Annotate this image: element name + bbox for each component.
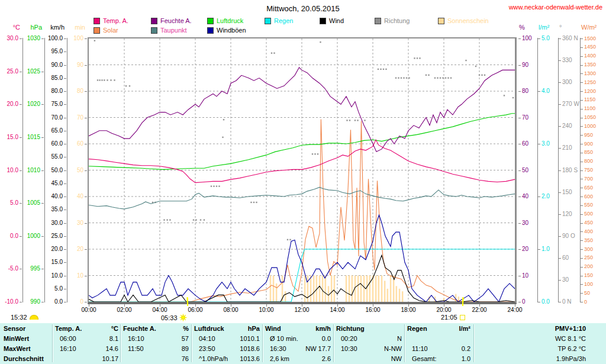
axis-tick [538, 197, 540, 197]
table-cell-value: N [336, 335, 402, 343]
axis-unit-hpa: hPa [20, 24, 42, 31]
sunshine-bar [325, 276, 327, 302]
axis-tick [64, 78, 66, 79]
sunshine-bar [270, 276, 272, 302]
axis-tick-label: 50 [584, 291, 606, 296]
richtung-dot [419, 57, 420, 59]
sunshine-bar [372, 276, 374, 302]
x-tick-label: 22:00 [466, 307, 492, 313]
legend-item-sonnenschein: Sonnenschein [438, 18, 489, 24]
richtung-dot [222, 137, 223, 138]
axis-tick-label: 700 [584, 176, 606, 182]
richtung-dot [289, 239, 291, 240]
sunshine-bar [369, 276, 371, 302]
axis-tick [85, 302, 87, 302]
axis-tick [581, 56, 583, 57]
axis-tick-label: 10.0 [0, 167, 18, 173]
axis-tick [559, 60, 561, 61]
axis-tick-label: 1000 [584, 124, 606, 129]
table-cell-value: 1010.1 [194, 335, 260, 343]
legend-label: Feuchte A. [160, 18, 192, 24]
richtung-dot [320, 41, 321, 43]
axis-tick-label: 30.0 [0, 36, 18, 41]
axis-tick [518, 276, 521, 276]
axis-tick-label: 1000 [17, 233, 40, 239]
axis-tick [64, 104, 66, 105]
weather-page: { "header": { "title": "Mittwoch, 20.05.… [0, 0, 606, 364]
richtung-dot [101, 79, 102, 80]
richtung-dot [465, 60, 466, 61]
website-link[interactable]: www.neckar-odenwald-wetter.de [509, 4, 602, 11]
axis-tick [518, 223, 521, 224]
axis-tick [581, 205, 583, 206]
axis-tick-label: 75.0 [39, 101, 63, 107]
axis-tick [64, 51, 66, 52]
axis-tick [85, 91, 87, 92]
richtung-dot [223, 119, 224, 120]
richtung-dot [479, 75, 480, 76]
axis-tick [85, 170, 87, 171]
legend-label: Richtung [384, 18, 410, 24]
richtung-dot [484, 75, 485, 76]
axis-tick-label: 1150 [584, 97, 606, 102]
chart-canvas [89, 38, 515, 302]
axis-tick [581, 153, 583, 153]
richtung-dot [349, 120, 350, 121]
legend-item-feuchte-a-: Feuchte A. [151, 18, 192, 24]
axis-tick [559, 170, 561, 171]
richtung-dot [364, 120, 365, 121]
axis-tick [581, 284, 583, 285]
axis-tick [518, 144, 521, 144]
axis-tick-label: -5.0 [0, 266, 18, 272]
sunset-marker: 21:05 [441, 314, 465, 321]
axis-tick [41, 137, 44, 138]
richtung-dot [271, 53, 272, 54]
richtung-dot [440, 78, 441, 79]
axis-tick [581, 302, 583, 302]
table-cell-value: 14.6 [54, 345, 118, 353]
axis-tick-label: 1030 [17, 36, 40, 41]
richtung-dot [253, 202, 254, 203]
sunshine-bar [396, 286, 398, 302]
axis-tick-label: 60 [60, 141, 83, 147]
richtung-dot [414, 57, 415, 59]
richtung-dot [99, 79, 100, 80]
axis-tick-label: 0 [584, 299, 606, 305]
axis-tick [85, 197, 87, 197]
axis-tick [581, 65, 583, 66]
axis-tick [85, 276, 87, 276]
sunshine-bar [273, 276, 275, 302]
axis-tick-label: 25.0 [0, 69, 18, 75]
legend-label: Solar [103, 27, 118, 34]
sunset-axis-tick [462, 298, 463, 306]
table-separator [191, 324, 192, 362]
x-tick-label: 20:00 [431, 307, 457, 313]
axis-tick [64, 210, 66, 210]
axis-tick [581, 118, 583, 118]
table-cell-value: 10.17 [54, 355, 118, 363]
sunshine-bar [360, 276, 362, 302]
legend-label: Regen [274, 18, 293, 24]
axis-unit-lm2: l/m² [539, 24, 562, 31]
axis-tick [581, 100, 583, 101]
richtung-dot [512, 97, 514, 98]
sunset-icon [460, 315, 465, 320]
axis-tick-label: 1020 [17, 101, 40, 107]
sunshine-bar [399, 289, 401, 302]
sunrise-axis-tick [187, 298, 188, 306]
axis-tick-label: 250 [584, 255, 606, 260]
axis-tick-label: 300 [584, 247, 606, 252]
axis-tick-label: 990 [17, 299, 40, 305]
table-cell-value: 57 [123, 335, 189, 343]
richtung-dot [125, 85, 127, 86]
richtung-dot [434, 78, 436, 79]
axis-tick [64, 157, 66, 157]
legend-label: Taupunkt [160, 27, 187, 34]
richtung-dot [504, 95, 505, 96]
axis-tick-label: 1200 [584, 89, 606, 94]
richtung-dot [256, 202, 257, 203]
axis-tick [581, 135, 583, 136]
axis-tick [538, 91, 540, 92]
axis-tick [41, 269, 44, 269]
axis-tick-label: 20.0 [0, 101, 18, 107]
